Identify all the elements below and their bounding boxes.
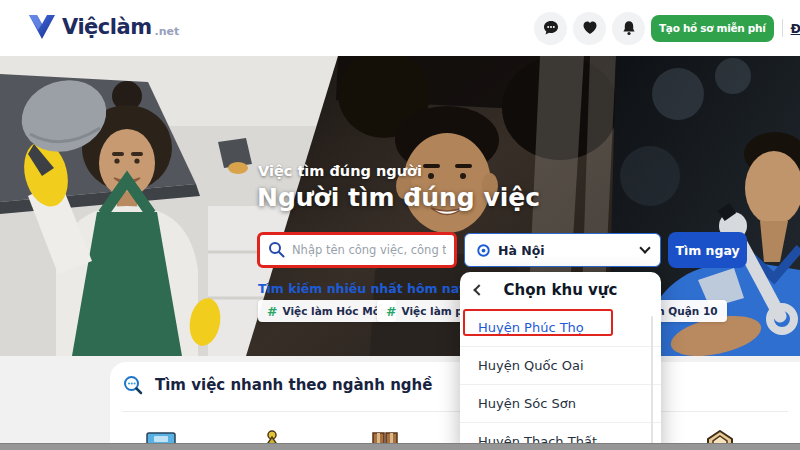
- job-search-input[interactable]: [257, 232, 457, 268]
- chevron-down-icon: [639, 242, 650, 253]
- trending-label: Tìm kiếm nhiều nhất hôm nay:: [258, 281, 472, 296]
- top-navbar: Việclàm .net Tạo hồ sơ miễn phí Đăng tin: [0, 0, 800, 56]
- back-icon[interactable]: [473, 284, 484, 295]
- brand-name: Việclàm: [62, 15, 152, 39]
- hash-icon: #: [267, 304, 277, 319]
- location-pin-icon: [476, 243, 491, 258]
- create-profile-button[interactable]: Tạo hồ sơ miễn phí: [651, 15, 774, 42]
- dropdown-scrollbar[interactable]: [651, 316, 653, 444]
- dropdown-header: Chọn khu vực: [460, 272, 661, 308]
- quick-search-section: Tìm việc nhanh theo ngành nghề: [0, 356, 800, 450]
- district-option-quoc-oai[interactable]: Huyện Quốc Oai: [460, 346, 661, 384]
- section-title: Tìm việc nhanh theo ngành nghề: [155, 376, 432, 394]
- post-job-link[interactable]: Đăng tin: [791, 21, 800, 36]
- hash-icon: #: [386, 304, 396, 319]
- hero-headline: Người tìm đúng việc: [257, 183, 540, 212]
- heart-icon: [582, 20, 598, 36]
- district-option-soc-son[interactable]: Huyện Sóc Sơn: [460, 384, 661, 422]
- search-button[interactable]: Tìm ngay: [668, 232, 747, 268]
- hero-tagline: Việc tìm đúng người: [258, 163, 422, 179]
- brand-tld: .net: [155, 25, 180, 38]
- notifications-button[interactable]: [612, 12, 645, 45]
- category-search-icon: [122, 374, 144, 396]
- bell-icon: [621, 20, 637, 36]
- tag-label: Việc làm Hóc Môn: [282, 305, 387, 317]
- trending-tag-hoc-mon[interactable]: # Việc làm Hóc Môn: [258, 300, 396, 322]
- quick-search-card: Tìm việc nhanh theo ngành nghề: [110, 362, 800, 450]
- logo-v-icon: [28, 14, 56, 40]
- section-divider: [122, 411, 788, 412]
- hero-banner: Việc tìm đúng người Người tìm đúng việc …: [0, 56, 800, 356]
- dropdown-title: Chọn khu vực: [504, 281, 618, 299]
- header-divider: [782, 19, 783, 37]
- district-option-phuc-tho[interactable]: Huyện Phúc Thọ: [460, 308, 661, 346]
- job-search-field: [257, 232, 457, 268]
- header-actions: Tạo hồ sơ miễn phí Đăng tin: [534, 0, 800, 56]
- logo[interactable]: Việclàm .net: [28, 14, 179, 40]
- location-value: Hà Nội: [498, 243, 634, 258]
- bottom-bar: [0, 443, 800, 450]
- location-selector[interactable]: Hà Nội: [464, 233, 661, 267]
- district-dropdown: Chọn khu vực Huyện Phúc Thọ Huyện Quốc O…: [460, 272, 661, 450]
- chat-icon: [543, 20, 559, 36]
- favorites-button[interactable]: [573, 12, 606, 45]
- chat-button[interactable]: [534, 12, 567, 45]
- search-icon: [268, 241, 285, 258]
